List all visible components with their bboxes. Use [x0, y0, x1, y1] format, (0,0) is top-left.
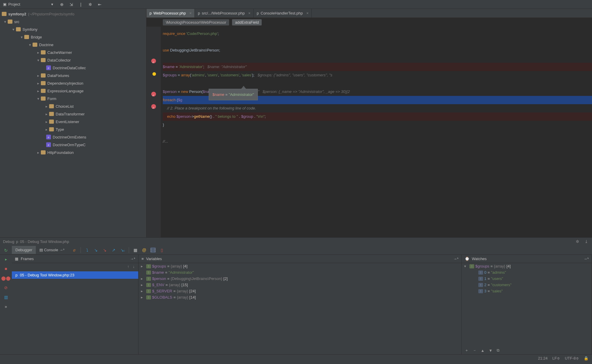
tree-item-httpfoundation[interactable]: ▸HttpFoundation: [0, 149, 146, 156]
pin-icon[interactable]: →ˢ: [583, 257, 589, 261]
show-execution-icon[interactable]: ⅇ: [72, 247, 77, 253]
chevron-right-icon[interactable]: ▸: [36, 73, 40, 78]
view-breakpoints-icon[interactable]: ⬤⬤: [3, 276, 9, 281]
chevron-down-icon[interactable]: ▾: [51, 2, 53, 7]
tree-item-datatransformer[interactable]: ▸DataTransformer: [0, 110, 146, 118]
chevron-down-icon[interactable]: ▾: [36, 96, 40, 101]
step-out-icon[interactable]: ↗: [111, 247, 116, 253]
breakpoint-icon[interactable]: [151, 92, 156, 96]
variable-row[interactable]: ▸⋮ $groups = {array} [4]: [139, 263, 461, 269]
variable-row[interactable]: ▸⋮ $_SERVER = {array} [24]: [139, 288, 461, 294]
copy-icon[interactable]: ⧉: [497, 348, 499, 353]
status-line-ending[interactable]: LF≑: [552, 356, 560, 360]
breadcrumb-namespace[interactable]: \Monolog\Processor\WebProcessor: [163, 19, 229, 25]
tab-debugger[interactable]: Debugger: [12, 246, 36, 254]
tab-consolehandlertest[interactable]: pConsoleHandlerTest.php×: [254, 9, 312, 17]
variable-row[interactable]: ▸⋮ $GLOBALS = {array} [14]: [139, 294, 461, 300]
chevron-right-icon[interactable]: ▸: [44, 104, 49, 109]
tree-item-doctrineormext[interactable]: pDoctrineOrmExtens: [0, 133, 146, 141]
tree-item-datacollector[interactable]: ▾DataCollector: [0, 56, 146, 64]
code-editor[interactable]: require_once 'Code/Person.php'; use Debu…: [147, 27, 592, 237]
stop-icon[interactable]: ■: [3, 266, 9, 271]
tab-webprocessor[interactable]: pWebProcessor.php×: [147, 9, 195, 17]
tree-item-bridge[interactable]: ▾Bridge: [0, 33, 146, 41]
move-up-icon[interactable]: ▲: [481, 348, 485, 353]
watch-child-row[interactable]: ⋮ 3 = "sales": [462, 288, 592, 294]
chevron-down-icon[interactable]: ▾: [464, 264, 468, 268]
status-position[interactable]: 21:24: [538, 356, 548, 360]
step-over-icon[interactable]: ⤵: [84, 247, 90, 253]
pin-icon[interactable]: →ˢ: [453, 257, 459, 261]
chevron-right-icon[interactable]: ▸: [36, 50, 40, 55]
layout-icon[interactable]: ▥: [3, 294, 9, 300]
tree-root-item[interactable]: symfony2 (~/PhpstormProjects/symfo: [0, 10, 146, 18]
tab-console[interactable]: ▤ Console →ˢ: [36, 246, 68, 254]
status-encoding[interactable]: UTF-8≑: [565, 356, 579, 360]
mute-icon[interactable]: ⊘: [3, 285, 9, 290]
chevron-right-icon[interactable]: ▸: [44, 112, 49, 116]
breakpoint-icon[interactable]: [151, 104, 156, 109]
watch-row[interactable]: ▾⋮ $groups = {array} [4]: [462, 263, 592, 269]
close-icon[interactable]: ×: [189, 11, 192, 15]
step-into-icon[interactable]: ↘: [93, 247, 99, 253]
tree-item-dependencyinjection[interactable]: ▸DependencyInjection: [0, 79, 146, 87]
chevron-right-icon[interactable]: ▸: [141, 264, 145, 268]
variable-row[interactable]: ⋮ $name = "Administrator": [139, 269, 461, 276]
chevron-right-icon[interactable]: ▸: [44, 120, 49, 124]
project-tool-label[interactable]: ▣ Project ▾: [0, 2, 56, 7]
frame-item[interactable]: p 05 - Debug Tool Window.php:23: [12, 271, 138, 279]
tree-item-form[interactable]: ▾Form: [0, 95, 146, 102]
tree-item-type[interactable]: ▸Type: [0, 125, 146, 133]
breadcrumb-function[interactable]: addExtraField: [232, 19, 262, 25]
chevron-right-icon[interactable]: ▸: [141, 295, 145, 299]
chevron-down-icon[interactable]: ▾: [11, 27, 15, 32]
variable-row[interactable]: ▸⋮ $_ENV = {array} [15]: [139, 282, 461, 288]
chevron-right-icon[interactable]: ▸: [44, 127, 49, 132]
chevron-down-icon[interactable]: ▾: [20, 35, 24, 39]
add-watch-icon[interactable]: ＋: [465, 348, 469, 353]
lock-icon[interactable]: 🔒: [584, 356, 588, 360]
watch-child-row[interactable]: ⋮ 2 = "customers": [462, 282, 592, 288]
mute-breakpoints-icon[interactable]: ▯: [159, 247, 165, 253]
force-step-into-icon[interactable]: ↘: [102, 247, 107, 253]
tree-item-cachewarmer[interactable]: ▸CacheWarmer: [0, 49, 146, 56]
tab-src-webprocessor[interactable]: psrc/.../WebProcessor.php×: [195, 9, 254, 17]
collapse-all-icon[interactable]: ⊕: [59, 2, 65, 7]
rerun-icon[interactable]: ↻: [3, 248, 9, 253]
variable-row[interactable]: ▸⋮ $person = {Debugging\JetBrains\Person…: [139, 276, 461, 282]
tree-item-doctrine[interactable]: ▾Doctrine: [0, 41, 146, 49]
watch-child-row[interactable]: ⋮ 1 = "users": [462, 276, 592, 282]
resume-icon[interactable]: ▸: [3, 257, 9, 262]
tree-item-choicelist[interactable]: ▸ChoiceList: [0, 102, 146, 110]
chevron-right-icon[interactable]: ▸: [141, 276, 145, 281]
more-icon[interactable]: »: [3, 304, 9, 309]
evaluate-expression-icon[interactable]: ▦: [133, 247, 138, 253]
tree-item-symfony[interactable]: ▾Symfony: [0, 25, 146, 33]
editor-gutter[interactable]: [147, 27, 161, 237]
at-icon[interactable]: @: [141, 247, 147, 253]
close-icon[interactable]: ×: [248, 11, 251, 15]
gear-icon[interactable]: ✲: [88, 2, 93, 7]
settings-icon[interactable]: ⋮⋮: [150, 247, 156, 253]
tree-item-doctrineormtype[interactable]: pDoctrineOrmTypeC: [0, 141, 146, 149]
breakpoint-icon[interactable]: [151, 59, 156, 63]
tree-item-datafixtures[interactable]: ▸DataFixtures: [0, 72, 146, 79]
chevron-down-icon[interactable]: ▾: [3, 20, 7, 24]
move-down-icon[interactable]: ▼: [489, 348, 493, 353]
tree-item-doctrinedatacollec[interactable]: pDoctrineDataCollec: [0, 64, 146, 72]
run-to-cursor-icon[interactable]: ↘ᵢ: [120, 247, 125, 253]
frame-down-icon[interactable]: ↓: [133, 264, 135, 270]
gear-icon[interactable]: ✲: [575, 239, 580, 244]
chevron-right-icon[interactable]: ▸: [36, 89, 40, 93]
chevron-right-icon[interactable]: ▸: [141, 283, 145, 287]
bulb-icon[interactable]: [152, 72, 156, 76]
tree-item-expressionlanguage[interactable]: ▸ExpressionLanguage: [0, 87, 146, 95]
watch-child-row[interactable]: ⋮ 0 = "admins": [462, 269, 592, 276]
chevron-right-icon[interactable]: ▸: [36, 150, 40, 155]
chevron-down-icon[interactable]: ▾: [28, 43, 32, 47]
frame-up-icon[interactable]: ↑: [127, 264, 129, 270]
tree-item-src[interactable]: ▾src: [0, 18, 146, 25]
hide-icon[interactable]: ⇤: [97, 2, 102, 7]
tree-item-eventlistener[interactable]: ▸EventListener: [0, 118, 146, 125]
download-icon[interactable]: ⤓: [584, 239, 589, 244]
